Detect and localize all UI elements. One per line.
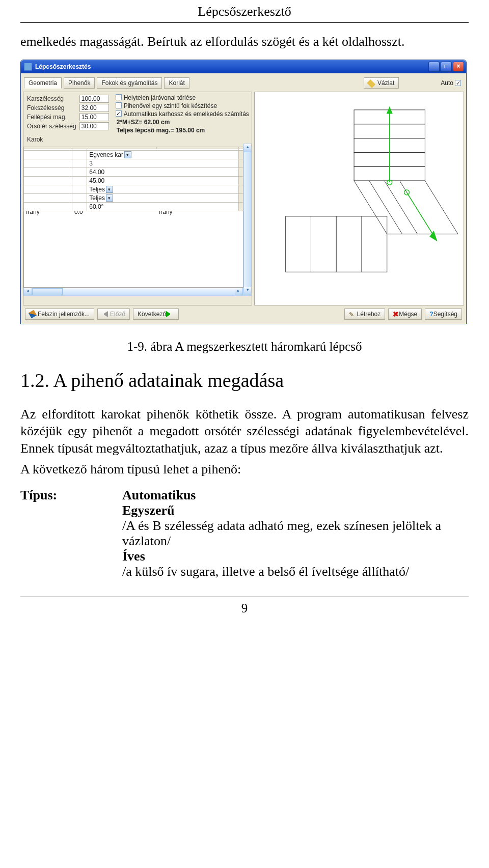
cancel-icon: ✖ bbox=[393, 310, 399, 318]
row-balkorlat-1[interactable]: Teljes▾ bbox=[72, 190, 157, 199]
chk-auto-karhossz[interactable] bbox=[116, 110, 122, 117]
body-paragraph-1: Az elfordított karokat pihenők köthetik … bbox=[20, 406, 469, 457]
surface-props-button[interactable]: Felszín jellemzők... bbox=[25, 309, 94, 320]
type-simple-desc: /A és B szélesség adata adható meg, ezek… bbox=[122, 518, 469, 549]
arms-table: 1. 2. Típus Egyenes kar▾ Típus bbox=[23, 147, 243, 216]
chk-pihenovel[interactable] bbox=[116, 102, 122, 108]
scroll-thumb-h[interactable] bbox=[32, 288, 63, 295]
tab-fokok[interactable]: Fokok és gyámolítás bbox=[97, 77, 162, 89]
chevron-down-icon[interactable]: ▾ bbox=[91, 191, 98, 198]
brush-icon bbox=[29, 310, 37, 318]
vazlat-button[interactable]: Vázlat bbox=[364, 77, 399, 89]
orsoter-label: Orsótér szélesség bbox=[25, 122, 78, 131]
table-empty-area bbox=[23, 211, 243, 288]
scroll-left-icon[interactable]: ◂ bbox=[24, 288, 32, 295]
maximize-button[interactable]: □ bbox=[441, 62, 452, 72]
prev-label: Előző bbox=[110, 311, 125, 318]
next-label: Következő bbox=[138, 311, 166, 318]
figure-caption: 1-9. ábra A megszerkesztett háromkarú lé… bbox=[20, 340, 469, 354]
fokszelesseg-label: Fokszélesség bbox=[25, 103, 78, 113]
section-heading: 1.2. A pihenő adatainak megadása bbox=[20, 369, 469, 391]
page-number: 9 bbox=[20, 601, 469, 615]
pencil-icon bbox=[367, 78, 377, 88]
stair-preview bbox=[254, 92, 464, 305]
row-karhossz-1[interactable]: 128.00 bbox=[72, 173, 157, 182]
svg-marker-14 bbox=[387, 107, 392, 114]
svg-line-7 bbox=[385, 181, 418, 234]
create-button[interactable]: Létrehoz bbox=[344, 309, 386, 320]
fellepesi-input[interactable]: 15.00 bbox=[79, 113, 109, 121]
chevron-down-icon[interactable]: ▾ bbox=[91, 200, 98, 207]
svg-line-16 bbox=[407, 192, 436, 238]
svg-marker-5 bbox=[354, 181, 458, 234]
titlebar[interactable]: Lépcsőszerkesztés _ □ × bbox=[21, 60, 466, 73]
row-karhossz-label2: Karhossz bbox=[156, 173, 238, 182]
row-fellepes-label2: Fellépésszám bbox=[156, 164, 238, 173]
svg-marker-18 bbox=[430, 232, 437, 241]
arm-col-extra bbox=[239, 147, 243, 156]
chk-pihenovel-label: Pihenővel egy szintű fok készítése bbox=[124, 102, 217, 109]
help-icon: ? bbox=[429, 311, 433, 318]
create-label: Létrehoz bbox=[357, 311, 381, 318]
tab-pihenok[interactable]: Pihenők bbox=[64, 77, 95, 89]
tab-korlat[interactable]: Korlát bbox=[164, 77, 189, 89]
prev-icon bbox=[102, 311, 108, 317]
type-simple: Egyszerű bbox=[122, 503, 469, 518]
body-paragraph-2: A következő három típusú lehet a pihenő: bbox=[20, 461, 469, 478]
row-fellepes-1[interactable]: 2 bbox=[72, 164, 157, 173]
row-tipus-label2: Típus bbox=[156, 156, 238, 164]
row-fellepes-label: Fellépésszám bbox=[24, 164, 72, 173]
arm-col-1[interactable]: 1. bbox=[72, 147, 157, 156]
intro-paragraph: emelkedés magasságát. Beírtuk az elfordu… bbox=[20, 34, 469, 49]
rule-top bbox=[20, 22, 469, 23]
chk-helytelen[interactable] bbox=[116, 94, 122, 100]
scroll-right-icon[interactable]: ▸ bbox=[235, 288, 243, 295]
row-balkorlat-label2: Bal korlát bbox=[156, 190, 238, 199]
scrollbar-horizontal[interactable]: ◂ ▸ bbox=[23, 288, 243, 296]
dim-table: Karszélesség100.00 Fokszélesség32.00 Fel… bbox=[25, 94, 111, 144]
row-emelkedes-1[interactable]: 75.00 bbox=[72, 182, 157, 190]
type-curved: Íves bbox=[122, 549, 469, 564]
row-karhossz-label: Karhossz bbox=[24, 173, 72, 182]
stair-editor-dialog: Lépcsőszerkesztés _ □ × Geometria Pihenő… bbox=[20, 60, 467, 324]
pencil-icon bbox=[349, 311, 355, 317]
page-title: Lépcsőszerkesztő bbox=[20, 0, 469, 19]
help-button[interactable]: ? Segítség bbox=[425, 309, 462, 320]
scroll-down-icon[interactable]: ▾ bbox=[244, 287, 251, 295]
close-button[interactable]: × bbox=[453, 62, 464, 72]
row-balkorlat-label: Bal korlát bbox=[24, 190, 72, 199]
geometry-panel: Karszélesség100.00 Fokszélesség32.00 Fel… bbox=[23, 92, 252, 305]
chevron-down-icon[interactable]: ▾ bbox=[110, 156, 117, 163]
types-definition: Típus: Automatikus Egyszerű /A és B szél… bbox=[20, 488, 469, 579]
rule-bottom bbox=[20, 597, 469, 597]
fellepesi-label: Fellépési mag. bbox=[25, 113, 78, 122]
row-jobbkorlat-1[interactable]: Teljes▾ bbox=[72, 199, 157, 208]
row-tipus-label: Típus bbox=[24, 156, 72, 164]
orsoter-input[interactable]: 30.00 bbox=[79, 122, 109, 130]
app-icon bbox=[24, 63, 32, 71]
prev-button: Előző bbox=[97, 309, 130, 320]
row-jobbkorlat-label: Jobb korlát bbox=[24, 199, 72, 208]
auto-label: Auto bbox=[441, 79, 453, 87]
scroll-up-icon[interactable]: ▴ bbox=[244, 144, 251, 152]
scrollbar-vertical[interactable]: ▴ ▾ bbox=[243, 144, 252, 296]
tab-geometria[interactable]: Geometria bbox=[24, 77, 62, 89]
svg-line-6 bbox=[369, 181, 402, 234]
cancel-button[interactable]: ✖ Mégse bbox=[388, 309, 422, 320]
next-button[interactable]: Következő bbox=[133, 309, 179, 320]
row-emelkedes-label: Kar emelkedés bbox=[24, 182, 72, 190]
vazlat-label: Vázlat bbox=[377, 79, 394, 87]
arm-col-2[interactable]: 2. bbox=[156, 147, 238, 156]
row-emelkedes-label2: Kar emelkedés bbox=[156, 182, 238, 190]
window-title: Lépcsőszerkesztés bbox=[35, 63, 428, 70]
tab-bar: Geometria Pihenők Fokok és gyámolítás Ko… bbox=[23, 75, 464, 91]
row-tipus-1[interactable]: Egyenes kar▾ bbox=[72, 156, 157, 164]
karszelesseg-input[interactable]: 100.00 bbox=[79, 95, 109, 103]
karszelesseg-label: Karszélesség bbox=[25, 94, 78, 103]
next-icon bbox=[166, 311, 172, 317]
chk-auto-karhossz-label: Automatikus karhossz és emelkedés számít… bbox=[124, 110, 249, 118]
fokszelesseg-input[interactable]: 32.00 bbox=[79, 104, 109, 112]
type-curved-desc: /a külső ív sugara, illetve a belső él í… bbox=[122, 564, 469, 579]
minimize-button[interactable]: _ bbox=[428, 62, 440, 72]
auto-checkbox[interactable] bbox=[455, 80, 461, 86]
